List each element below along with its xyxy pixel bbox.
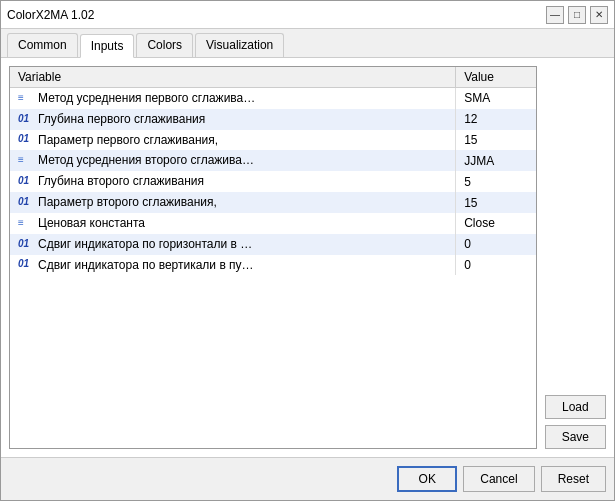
- value-cell[interactable]: 12: [456, 109, 536, 130]
- title-bar: ColorX2MA 1.02 — □ ✕: [1, 1, 614, 29]
- main-window: ColorX2MA 1.02 — □ ✕ Common Inputs Color…: [0, 0, 615, 501]
- variable-cell: ≡Метод усреднения первого сглажива…: [10, 88, 456, 109]
- load-button[interactable]: Load: [545, 395, 606, 419]
- variable-label: Сдвиг индикатора по горизонтали в …: [38, 237, 252, 251]
- num-icon: 01: [18, 196, 34, 210]
- variable-cell: 01Сдвиг индикатора по вертикали в пу…: [10, 255, 456, 276]
- variable-cell: 01Сдвиг индикатора по горизонтали в …: [10, 234, 456, 255]
- variable-cell: ≡Метод усреднения второго сглажива…: [10, 150, 456, 171]
- tab-inputs[interactable]: Inputs: [80, 34, 135, 58]
- num-icon: 01: [18, 133, 34, 147]
- tab-colors[interactable]: Colors: [136, 33, 193, 57]
- bottom-bar: OK Cancel Reset: [1, 457, 614, 500]
- bottom-buttons: OK Cancel Reset: [397, 466, 606, 492]
- content-panel: Variable Value ≡Метод усреднения первого…: [1, 58, 614, 457]
- value-cell[interactable]: 15: [456, 130, 536, 151]
- variable-label: Параметр первого сглаживания,: [38, 133, 218, 147]
- close-button[interactable]: ✕: [590, 6, 608, 24]
- variable-label: Метод усреднения первого сглажива…: [38, 91, 255, 105]
- variable-label: Параметр второго сглаживания,: [38, 195, 217, 209]
- variable-cell: 01Глубина второго сглаживания: [10, 171, 456, 192]
- table-row[interactable]: ≡Ценовая константаClose: [10, 213, 536, 234]
- num-icon: 01: [18, 175, 34, 189]
- variable-cell: 01Глубина первого сглаживания: [10, 109, 456, 130]
- value-cell[interactable]: Close: [456, 213, 536, 234]
- maximize-button[interactable]: □: [568, 6, 586, 24]
- variable-cell: 01Параметр первого сглаживания,: [10, 130, 456, 151]
- main-content: Variable Value ≡Метод усреднения первого…: [9, 66, 606, 449]
- reset-button[interactable]: Reset: [541, 466, 606, 492]
- value-cell[interactable]: 15: [456, 192, 536, 213]
- method-icon: ≡: [18, 217, 34, 231]
- tab-common[interactable]: Common: [7, 33, 78, 57]
- window-title: ColorX2MA 1.02: [7, 8, 94, 22]
- variable-cell: ≡Ценовая константа: [10, 213, 456, 234]
- variable-label: Глубина первого сглаживания: [38, 112, 205, 126]
- num-icon: 01: [18, 258, 34, 272]
- table-row[interactable]: ≡Метод усреднения второго сглажива…JJMA: [10, 150, 536, 171]
- ok-button[interactable]: OK: [397, 466, 457, 492]
- variable-label: Сдвиг индикатора по вертикали в пу…: [38, 258, 254, 272]
- method-icon: ≡: [18, 92, 34, 106]
- tab-visualization[interactable]: Visualization: [195, 33, 284, 57]
- table-row[interactable]: 01Параметр второго сглаживания,15: [10, 192, 536, 213]
- method-icon: ≡: [18, 154, 34, 168]
- table-row[interactable]: 01Параметр первого сглаживания,15: [10, 130, 536, 151]
- value-cell[interactable]: JJMA: [456, 150, 536, 171]
- tabs-bar: Common Inputs Colors Visualization: [1, 29, 614, 58]
- table-row[interactable]: 01Сдвиг индикатора по горизонтали в …0: [10, 234, 536, 255]
- col-header-value: Value: [456, 67, 536, 88]
- variable-table-wrapper: Variable Value ≡Метод усреднения первого…: [9, 66, 537, 449]
- num-icon: 01: [18, 113, 34, 127]
- variable-label: Глубина второго сглаживания: [38, 174, 204, 188]
- value-cell[interactable]: SMA: [456, 88, 536, 109]
- table-row[interactable]: 01Глубина второго сглаживания5: [10, 171, 536, 192]
- num-icon: 01: [18, 238, 34, 252]
- save-button[interactable]: Save: [545, 425, 606, 449]
- variable-label: Метод усреднения второго сглажива…: [38, 153, 254, 167]
- cancel-button[interactable]: Cancel: [463, 466, 534, 492]
- title-bar-controls: — □ ✕: [546, 6, 608, 24]
- table-row[interactable]: ≡Метод усреднения первого сглажива…SMA: [10, 88, 536, 109]
- table-row[interactable]: 01Глубина первого сглаживания12: [10, 109, 536, 130]
- value-cell[interactable]: 0: [456, 255, 536, 276]
- table-row[interactable]: 01Сдвиг индикатора по вертикали в пу…0: [10, 255, 536, 276]
- minimize-button[interactable]: —: [546, 6, 564, 24]
- value-cell[interactable]: 5: [456, 171, 536, 192]
- value-cell[interactable]: 0: [456, 234, 536, 255]
- side-buttons-panel: Load Save: [545, 66, 606, 449]
- col-header-variable: Variable: [10, 67, 456, 88]
- variable-label: Ценовая константа: [38, 216, 145, 230]
- variable-table: Variable Value ≡Метод усреднения первого…: [10, 67, 536, 275]
- variable-cell: 01Параметр второго сглаживания,: [10, 192, 456, 213]
